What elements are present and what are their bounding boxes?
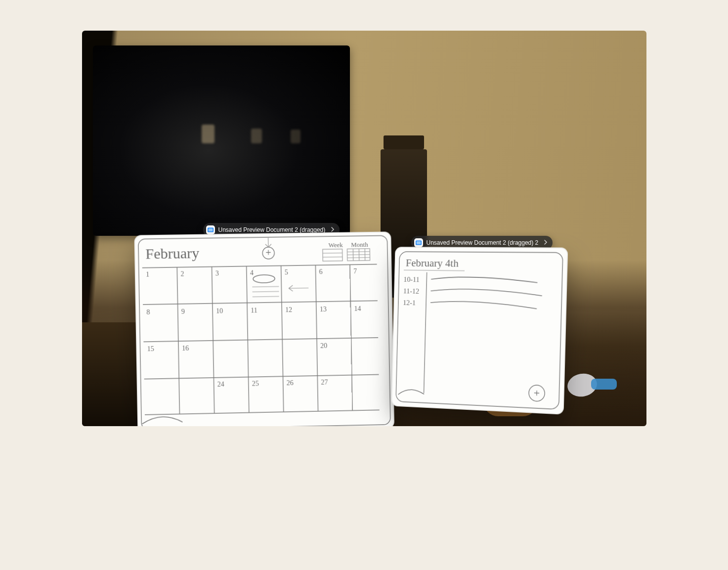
svg-text:5: 5 xyxy=(284,268,288,276)
month-label: February xyxy=(145,245,199,263)
svg-text:26: 26 xyxy=(286,379,293,387)
svg-point-32 xyxy=(253,275,274,283)
week-toggle-label: Week xyxy=(328,241,343,249)
svg-rect-51 xyxy=(416,241,421,244)
svg-text:12-1: 12-1 xyxy=(403,299,416,307)
clutter xyxy=(591,379,617,390)
add-icon: + xyxy=(265,247,271,258)
svg-text:9: 9 xyxy=(181,308,184,315)
svg-line-53 xyxy=(403,270,464,270)
svg-text:12: 12 xyxy=(285,306,292,313)
svg-line-21 xyxy=(246,266,249,413)
svg-text:1: 1 xyxy=(145,271,149,278)
day-sketch: February 4th 10-11 11-12 12-1 + xyxy=(391,247,568,414)
svg-line-24 xyxy=(350,264,352,410)
svg-line-10 xyxy=(347,258,370,258)
svg-text:6: 6 xyxy=(319,268,322,275)
add-icon: + xyxy=(533,387,540,399)
svg-text:10-11: 10-11 xyxy=(403,275,420,284)
page-frame: Unsaved Preview Document 2 (dragged) Feb… xyxy=(60,10,668,484)
svg-text:11: 11 xyxy=(251,307,257,314)
svg-text:15: 15 xyxy=(147,345,154,352)
svg-line-35 xyxy=(252,297,279,297)
svg-text:8: 8 xyxy=(146,308,150,316)
chevron-right-icon[interactable] xyxy=(544,239,548,246)
svg-line-33 xyxy=(252,287,279,287)
preview-app-icon xyxy=(206,225,215,234)
svg-text:10: 10 xyxy=(215,307,222,314)
svg-line-19 xyxy=(177,267,179,414)
day-heading: February 4th xyxy=(405,257,459,269)
tv-reflection xyxy=(251,129,262,143)
svg-text:14: 14 xyxy=(354,305,361,312)
svg-line-14 xyxy=(142,264,377,268)
svg-line-6 xyxy=(323,257,343,258)
svg-text:3: 3 xyxy=(215,269,218,277)
svg-line-5 xyxy=(322,253,342,254)
svg-line-20 xyxy=(212,267,214,413)
tv-panel xyxy=(93,45,350,236)
tv-reflection xyxy=(202,125,214,143)
ar-scene: Unsaved Preview Document 2 (dragged) Feb… xyxy=(82,31,646,426)
svg-text:13: 13 xyxy=(319,306,326,313)
svg-text:25: 25 xyxy=(252,380,258,387)
svg-line-8 xyxy=(347,252,370,252)
svg-line-22 xyxy=(281,265,283,412)
svg-rect-1 xyxy=(208,228,213,231)
svg-rect-4 xyxy=(322,249,342,262)
svg-line-23 xyxy=(315,265,318,411)
svg-line-9 xyxy=(347,255,370,255)
svg-text:24: 24 xyxy=(217,381,224,388)
preview-window-month[interactable]: February + Week Month xyxy=(134,231,394,426)
preview-app-icon xyxy=(414,238,423,247)
svg-text:11-12: 11-12 xyxy=(403,287,419,295)
svg-line-34 xyxy=(252,292,279,292)
svg-text:27: 27 xyxy=(321,379,328,386)
svg-text:4: 4 xyxy=(250,269,253,276)
svg-line-54 xyxy=(424,272,427,393)
svg-text:16: 16 xyxy=(182,345,189,352)
month-toggle-label: Month xyxy=(351,241,368,248)
window-title-text: Unsaved Preview Document 2 (dragged) 2 xyxy=(427,239,539,246)
svg-text:20: 20 xyxy=(320,342,327,350)
svg-text:2: 2 xyxy=(180,270,184,277)
month-sketch: February + Week Month xyxy=(134,231,394,426)
svg-rect-52 xyxy=(396,252,563,409)
svg-text:7: 7 xyxy=(353,267,357,275)
preview-window-day[interactable]: February 4th 10-11 11-12 12-1 + xyxy=(391,247,568,414)
tv-reflection xyxy=(291,130,300,143)
